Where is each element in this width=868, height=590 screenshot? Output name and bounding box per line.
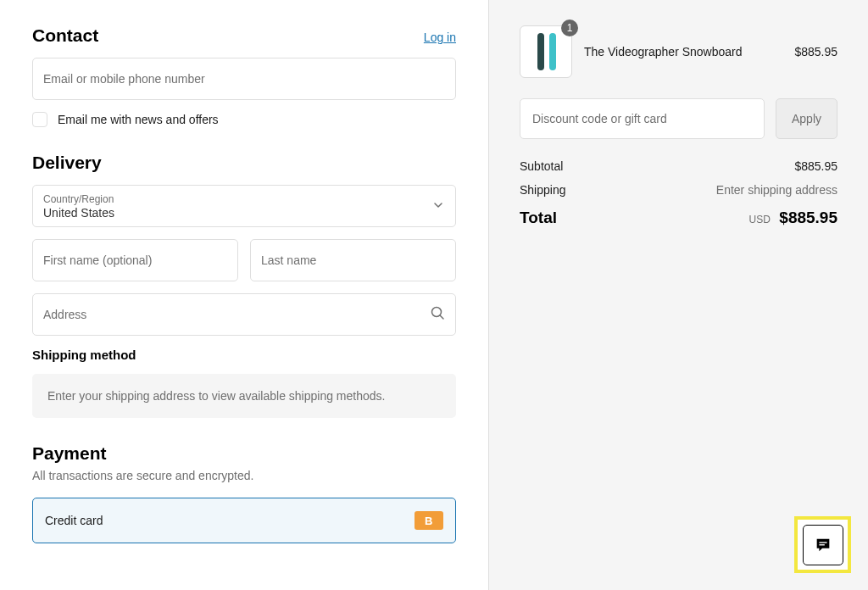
first-name-field[interactable]: First name (optional) (32, 239, 238, 281)
product-thumbnail: 1 (520, 25, 572, 78)
chat-widget[interactable] (794, 516, 851, 573)
delivery-heading: Delivery (32, 153, 456, 173)
apply-button[interactable]: Apply (776, 98, 837, 139)
discount-placeholder: Discount code or gift card (532, 112, 667, 125)
country-label: Country/Region (43, 193, 445, 205)
shipping-method-info: Enter your shipping address to view avai… (32, 374, 456, 418)
svg-line-1 (440, 315, 443, 319)
shipping-label: Shipping (520, 183, 566, 197)
news-offers-label: Email me with news and offers (58, 113, 219, 126)
product-row: 1 The Videographer Snowboard $885.95 (520, 25, 837, 78)
credit-card-option[interactable]: Credit card B (32, 498, 456, 543)
news-offers-checkbox[interactable] (32, 112, 47, 127)
payment-subtext: All transactions are secure and encrypte… (32, 469, 456, 482)
shipping-row: Shipping Enter shipping address (520, 183, 837, 197)
shipping-value: Enter shipping address (716, 183, 837, 197)
address-placeholder: Address (43, 308, 445, 321)
chat-icon (814, 536, 832, 554)
svg-rect-3 (819, 544, 824, 545)
last-name-field[interactable]: Last name (250, 239, 456, 281)
subtotal-label: Subtotal (520, 159, 563, 173)
chat-button[interactable] (803, 525, 843, 565)
credit-card-label: Credit card (45, 514, 103, 527)
product-name: The Videographer Snowboard (584, 45, 782, 58)
news-offers-row[interactable]: Email me with news and offers (32, 112, 456, 127)
payment-badge: B (415, 511, 443, 530)
payment-heading: Payment (32, 443, 456, 464)
svg-rect-2 (819, 542, 826, 543)
subtotal-row: Subtotal $885.95 (520, 159, 837, 173)
contact-header: Contact Log in (32, 25, 456, 46)
order-summary: 1 The Videographer Snowboard $885.95 Dis… (489, 0, 868, 590)
checkout-main: Contact Log in Email or mobile phone num… (0, 0, 489, 590)
email-field[interactable]: Email or mobile phone number (32, 58, 456, 100)
total-label: Total (520, 209, 557, 227)
address-field[interactable]: Address (32, 293, 456, 336)
first-name-placeholder: First name (optional) (43, 253, 227, 267)
login-link[interactable]: Log in (424, 31, 456, 44)
shipping-method-heading: Shipping method (32, 348, 456, 362)
country-select[interactable]: Country/Region United States (32, 185, 456, 227)
currency-code: USD (749, 214, 771, 225)
search-icon (430, 305, 445, 324)
total-amount: $885.95 (779, 209, 837, 226)
email-placeholder: Email or mobile phone number (43, 72, 445, 86)
contact-heading: Contact (32, 25, 98, 46)
last-name-placeholder: Last name (261, 253, 445, 267)
country-value: United States (43, 206, 445, 220)
qty-badge: 1 (561, 19, 578, 36)
total-row: Total USD $885.95 (520, 209, 837, 227)
subtotal-value: $885.95 (794, 159, 837, 173)
discount-input[interactable]: Discount code or gift card (520, 98, 765, 139)
product-price: $885.95 (794, 45, 837, 58)
